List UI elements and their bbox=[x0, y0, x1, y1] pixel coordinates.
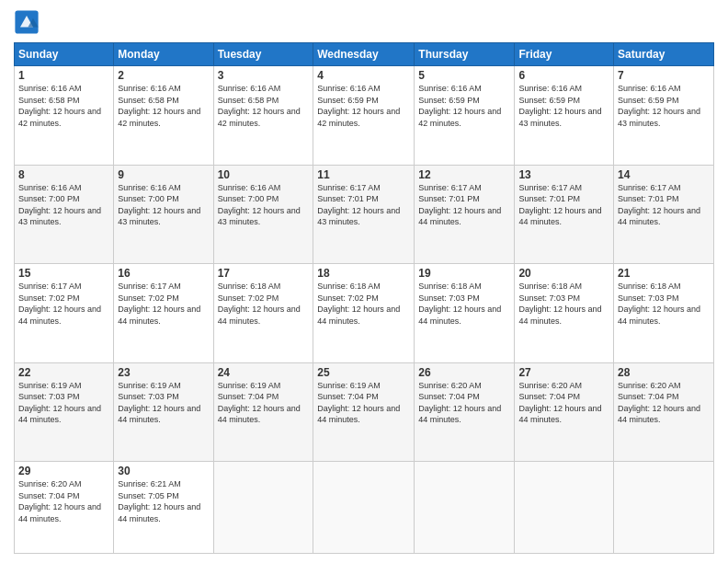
day-number: 12 bbox=[418, 168, 510, 181]
day-cell: 9 Sunrise: 6:16 AMSunset: 7:00 PMDayligh… bbox=[114, 165, 213, 264]
day-info: Sunrise: 6:16 AMSunset: 6:58 PMDaylight:… bbox=[118, 84, 200, 128]
day-cell: 22 Sunrise: 6:19 AMSunset: 7:03 PMDaylig… bbox=[15, 362, 114, 462]
day-number: 2 bbox=[118, 69, 209, 82]
day-number: 21 bbox=[618, 267, 710, 280]
day-info: Sunrise: 6:20 AMSunset: 7:04 PMDaylight:… bbox=[418, 381, 501, 425]
header-friday: Friday bbox=[515, 43, 614, 66]
header-wednesday: Wednesday bbox=[313, 43, 415, 66]
day-number: 20 bbox=[518, 267, 609, 280]
day-number: 15 bbox=[18, 267, 109, 280]
day-cell: 30 Sunrise: 6:21 AMSunset: 7:05 PMDaylig… bbox=[114, 462, 213, 554]
day-info: Sunrise: 6:18 AMSunset: 7:03 PMDaylight:… bbox=[518, 282, 601, 326]
day-number: 13 bbox=[518, 168, 609, 181]
day-cell: 4 Sunrise: 6:16 AMSunset: 6:59 PMDayligh… bbox=[313, 66, 415, 166]
day-info: Sunrise: 6:18 AMSunset: 7:02 PMDaylight:… bbox=[218, 282, 301, 326]
day-number: 24 bbox=[218, 366, 310, 379]
day-number: 3 bbox=[218, 69, 310, 82]
week-row-4: 22 Sunrise: 6:19 AMSunset: 7:03 PMDaylig… bbox=[15, 362, 714, 462]
day-cell: 25 Sunrise: 6:19 AMSunset: 7:04 PMDaylig… bbox=[313, 362, 415, 462]
day-cell bbox=[614, 462, 714, 554]
day-info: Sunrise: 6:16 AMSunset: 6:59 PMDaylight:… bbox=[618, 84, 700, 128]
day-cell: 20 Sunrise: 6:18 AMSunset: 7:03 PMDaylig… bbox=[515, 264, 614, 363]
day-cell: 17 Sunrise: 6:18 AMSunset: 7:02 PMDaylig… bbox=[213, 264, 313, 363]
day-cell: 29 Sunrise: 6:20 AMSunset: 7:04 PMDaylig… bbox=[15, 462, 114, 554]
day-number: 4 bbox=[317, 69, 410, 82]
day-cell: 5 Sunrise: 6:16 AMSunset: 6:59 PMDayligh… bbox=[415, 66, 515, 166]
day-info: Sunrise: 6:19 AMSunset: 7:04 PMDaylight:… bbox=[218, 381, 301, 425]
day-info: Sunrise: 6:18 AMSunset: 7:03 PMDaylight:… bbox=[618, 282, 700, 326]
day-number: 9 bbox=[118, 168, 209, 181]
day-cell: 23 Sunrise: 6:19 AMSunset: 7:03 PMDaylig… bbox=[114, 362, 213, 462]
day-cell: 19 Sunrise: 6:18 AMSunset: 7:03 PMDaylig… bbox=[415, 264, 515, 363]
day-number: 26 bbox=[418, 366, 510, 379]
logo bbox=[14, 9, 41, 35]
week-row-5: 29 Sunrise: 6:20 AMSunset: 7:04 PMDaylig… bbox=[15, 462, 714, 554]
day-number: 27 bbox=[518, 366, 609, 379]
day-cell: 6 Sunrise: 6:16 AMSunset: 6:59 PMDayligh… bbox=[515, 66, 614, 166]
day-cell bbox=[415, 462, 515, 554]
day-info: Sunrise: 6:19 AMSunset: 7:03 PMDaylight:… bbox=[18, 381, 101, 425]
day-cell: 14 Sunrise: 6:17 AMSunset: 7:01 PMDaylig… bbox=[614, 165, 714, 264]
calendar: SundayMondayTuesdayWednesdayThursdayFrid… bbox=[14, 42, 714, 554]
header-sunday: Sunday bbox=[15, 43, 114, 66]
header-saturday: Saturday bbox=[614, 43, 714, 66]
day-info: Sunrise: 6:17 AMSunset: 7:01 PMDaylight:… bbox=[618, 183, 700, 227]
day-cell: 15 Sunrise: 6:17 AMSunset: 7:02 PMDaylig… bbox=[15, 264, 114, 363]
day-cell: 16 Sunrise: 6:17 AMSunset: 7:02 PMDaylig… bbox=[114, 264, 213, 363]
day-info: Sunrise: 6:17 AMSunset: 7:02 PMDaylight:… bbox=[118, 282, 200, 326]
day-info: Sunrise: 6:17 AMSunset: 7:02 PMDaylight:… bbox=[18, 282, 101, 326]
day-info: Sunrise: 6:17 AMSunset: 7:01 PMDaylight:… bbox=[518, 183, 601, 227]
header-tuesday: Tuesday bbox=[213, 43, 313, 66]
day-info: Sunrise: 6:16 AMSunset: 7:00 PMDaylight:… bbox=[18, 183, 101, 227]
calendar-body: 1 Sunrise: 6:16 AMSunset: 6:58 PMDayligh… bbox=[15, 66, 714, 554]
day-number: 10 bbox=[218, 168, 310, 181]
day-cell: 2 Sunrise: 6:16 AMSunset: 6:58 PMDayligh… bbox=[114, 66, 213, 166]
day-number: 22 bbox=[18, 366, 109, 379]
day-number: 28 bbox=[618, 366, 710, 379]
day-info: Sunrise: 6:19 AMSunset: 7:04 PMDaylight:… bbox=[317, 381, 400, 425]
day-cell: 7 Sunrise: 6:16 AMSunset: 6:59 PMDayligh… bbox=[614, 66, 714, 166]
day-info: Sunrise: 6:17 AMSunset: 7:01 PMDaylight:… bbox=[418, 183, 501, 227]
header-thursday: Thursday bbox=[415, 43, 515, 66]
day-cell: 8 Sunrise: 6:16 AMSunset: 7:00 PMDayligh… bbox=[15, 165, 114, 264]
day-info: Sunrise: 6:18 AMSunset: 7:02 PMDaylight:… bbox=[317, 282, 400, 326]
day-cell: 27 Sunrise: 6:20 AMSunset: 7:04 PMDaylig… bbox=[515, 362, 614, 462]
day-cell: 12 Sunrise: 6:17 AMSunset: 7:01 PMDaylig… bbox=[415, 165, 515, 264]
day-cell bbox=[213, 462, 313, 554]
day-cell: 11 Sunrise: 6:17 AMSunset: 7:01 PMDaylig… bbox=[313, 165, 415, 264]
day-cell: 28 Sunrise: 6:20 AMSunset: 7:04 PMDaylig… bbox=[614, 362, 714, 462]
day-number: 8 bbox=[18, 168, 109, 181]
day-info: Sunrise: 6:21 AMSunset: 7:05 PMDaylight:… bbox=[118, 479, 200, 523]
day-cell: 21 Sunrise: 6:18 AMSunset: 7:03 PMDaylig… bbox=[614, 264, 714, 363]
day-info: Sunrise: 6:16 AMSunset: 7:00 PMDaylight:… bbox=[118, 183, 200, 227]
day-number: 14 bbox=[618, 168, 710, 181]
day-number: 23 bbox=[118, 366, 209, 379]
day-number: 5 bbox=[418, 69, 510, 82]
week-row-3: 15 Sunrise: 6:17 AMSunset: 7:02 PMDaylig… bbox=[15, 264, 714, 363]
day-info: Sunrise: 6:17 AMSunset: 7:01 PMDaylight:… bbox=[317, 183, 400, 227]
header-monday: Monday bbox=[114, 43, 213, 66]
day-cell bbox=[515, 462, 614, 554]
day-number: 7 bbox=[618, 69, 710, 82]
day-info: Sunrise: 6:20 AMSunset: 7:04 PMDaylight:… bbox=[618, 381, 700, 425]
day-number: 18 bbox=[317, 267, 410, 280]
day-number: 30 bbox=[118, 465, 209, 477]
day-number: 19 bbox=[418, 267, 510, 280]
page: SundayMondayTuesdayWednesdayThursdayFrid… bbox=[0, 0, 728, 563]
header bbox=[14, 9, 714, 35]
day-info: Sunrise: 6:16 AMSunset: 6:59 PMDaylight:… bbox=[418, 84, 501, 128]
day-info: Sunrise: 6:16 AMSunset: 6:58 PMDaylight:… bbox=[218, 84, 301, 128]
day-cell: 13 Sunrise: 6:17 AMSunset: 7:01 PMDaylig… bbox=[515, 165, 614, 264]
day-number: 17 bbox=[218, 267, 310, 280]
day-number: 29 bbox=[18, 465, 109, 477]
day-number: 1 bbox=[18, 69, 109, 82]
day-info: Sunrise: 6:20 AMSunset: 7:04 PMDaylight:… bbox=[18, 479, 101, 523]
day-cell: 24 Sunrise: 6:19 AMSunset: 7:04 PMDaylig… bbox=[213, 362, 313, 462]
day-cell: 10 Sunrise: 6:16 AMSunset: 7:00 PMDaylig… bbox=[213, 165, 313, 264]
day-info: Sunrise: 6:16 AMSunset: 6:58 PMDaylight:… bbox=[18, 84, 101, 128]
week-row-1: 1 Sunrise: 6:16 AMSunset: 6:58 PMDayligh… bbox=[15, 66, 714, 166]
day-info: Sunrise: 6:19 AMSunset: 7:03 PMDaylight:… bbox=[118, 381, 200, 425]
day-info: Sunrise: 6:16 AMSunset: 6:59 PMDaylight:… bbox=[317, 84, 400, 128]
day-number: 16 bbox=[118, 267, 209, 280]
day-info: Sunrise: 6:16 AMSunset: 6:59 PMDaylight:… bbox=[518, 84, 601, 128]
